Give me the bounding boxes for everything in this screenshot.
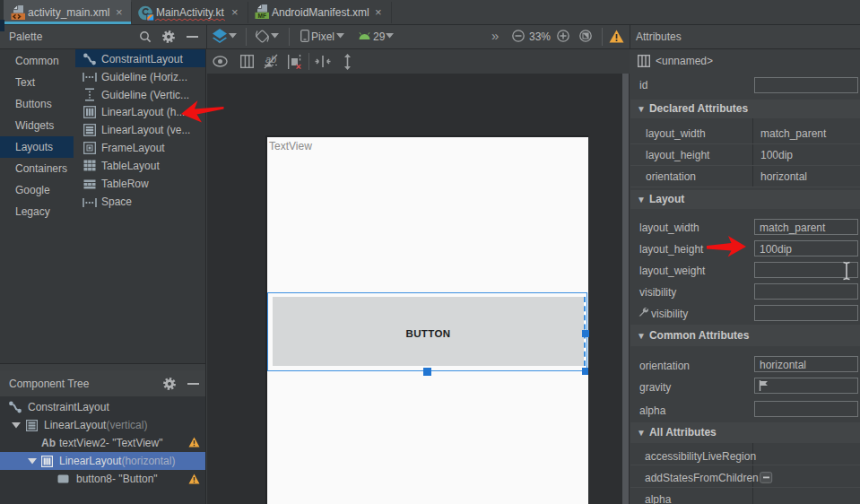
svg-text:MF: MF [258, 13, 266, 19]
svg-text:×: × [296, 61, 301, 70]
svg-text:ab: ab [265, 54, 276, 65]
